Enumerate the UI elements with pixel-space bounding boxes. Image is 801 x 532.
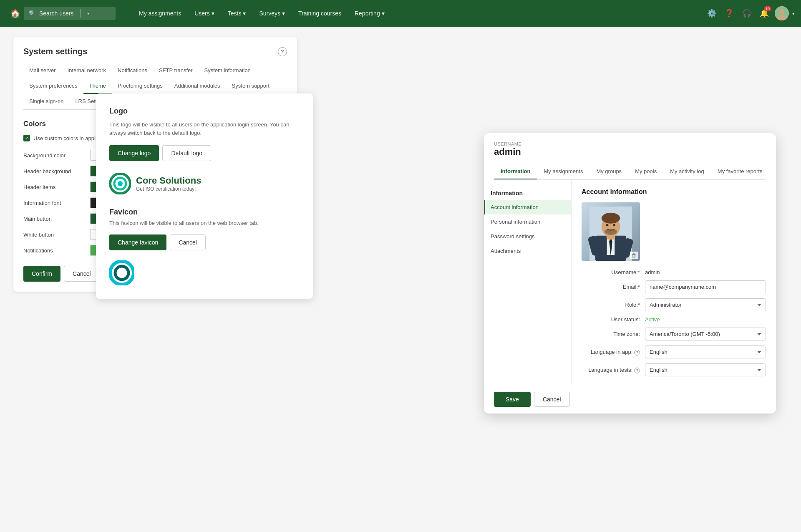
tab-theme[interactable]: Theme bbox=[83, 78, 112, 94]
reporting-dropdown-icon: ▾ bbox=[382, 10, 385, 17]
favicon-buttons-row: Change favicon Cancel bbox=[109, 234, 300, 250]
user-panel-body: Information Account information Personal… bbox=[484, 180, 776, 385]
form-row-role: Role:* Administrator bbox=[582, 298, 766, 311]
avatar-dropdown-icon[interactable]: ▾ bbox=[792, 11, 794, 16]
tab-mail-server[interactable]: Mail server bbox=[23, 63, 62, 78]
account-info-section-title: Account information bbox=[582, 188, 766, 196]
user-tab-information[interactable]: Information bbox=[494, 164, 537, 179]
company-tagline: Get ISO certification today! bbox=[136, 186, 201, 192]
logo-panel-description: This logo will be visible to all users o… bbox=[109, 121, 300, 137]
user-tab-assignments[interactable]: My assignments bbox=[537, 164, 590, 179]
tab-system-support[interactable]: System support bbox=[226, 78, 275, 94]
nav-surveys[interactable]: Surveys ▾ bbox=[252, 7, 292, 20]
avatar-delete-icon[interactable]: 🗑 bbox=[630, 252, 638, 259]
search-dropdown-icon[interactable]: ▾ bbox=[87, 11, 89, 16]
background-color-label: Background color bbox=[23, 152, 90, 159]
home-button[interactable]: 🏠 bbox=[7, 5, 24, 22]
confirm-button[interactable]: Confirm bbox=[23, 266, 60, 282]
language-app-select[interactable]: English bbox=[645, 345, 766, 358]
user-tab-activity-log[interactable]: My activity log bbox=[663, 164, 711, 179]
svg-point-1 bbox=[779, 9, 784, 14]
logo-panel: Logo This logo will be visible to all us… bbox=[96, 93, 313, 299]
default-logo-button[interactable]: Default logo bbox=[162, 145, 211, 161]
logo-text-block: Core Solutions Get ISO certification tod… bbox=[136, 175, 201, 192]
user-tab-groups[interactable]: My groups bbox=[589, 164, 628, 179]
sidebar-item-attachments[interactable]: Attachments bbox=[484, 244, 571, 258]
search-input-label[interactable]: Search users bbox=[39, 10, 73, 17]
cancel-favicon-button[interactable]: Cancel bbox=[170, 234, 206, 250]
tab-proctoring-settings[interactable]: Proctoring settings bbox=[112, 78, 169, 94]
nav-users[interactable]: Users ▾ bbox=[188, 7, 221, 20]
tab-additional-modules[interactable]: Additional modules bbox=[169, 78, 226, 94]
change-favicon-button[interactable]: Change favicon bbox=[109, 234, 166, 250]
change-logo-button[interactable]: Change logo bbox=[109, 145, 159, 161]
system-settings-title: System settings bbox=[23, 47, 87, 56]
timezone-select[interactable]: America/Toronto (GMT -5:00) bbox=[645, 328, 766, 340]
email-input[interactable] bbox=[645, 280, 766, 293]
nav-tests[interactable]: Tests ▾ bbox=[221, 7, 253, 20]
avatar-section: 🗑 bbox=[582, 202, 640, 261]
language-tests-label: Language in tests: ? bbox=[582, 367, 640, 373]
favicon-section-title: Favicon bbox=[109, 208, 300, 217]
main-button-label: Main button bbox=[23, 216, 90, 222]
logo-panel-title: Logo bbox=[109, 107, 300, 116]
user-info-sidebar: Information Account information Personal… bbox=[484, 180, 572, 385]
nav-training-courses[interactable]: Training courses bbox=[292, 7, 348, 20]
language-app-info-icon[interactable]: ? bbox=[634, 350, 640, 356]
svg-point-15 bbox=[602, 213, 620, 224]
username-value: admin bbox=[494, 146, 766, 157]
notification-count: 19 bbox=[764, 6, 771, 11]
role-select[interactable]: Administrator bbox=[645, 298, 766, 311]
form-row-language-tests: Language in tests: ? English bbox=[582, 363, 766, 376]
headset-icon-button[interactable]: 🎧 bbox=[740, 6, 754, 20]
save-button[interactable]: Save bbox=[494, 392, 531, 407]
tab-notifications[interactable]: Notifications bbox=[112, 63, 153, 78]
language-tests-select[interactable]: English bbox=[645, 363, 766, 376]
cancel-button[interactable]: Cancel bbox=[64, 266, 100, 282]
svg-point-5 bbox=[118, 181, 123, 186]
nav-links: My assignments Users ▾ Tests ▾ Surveys ▾… bbox=[132, 7, 705, 20]
user-status-value: Active bbox=[645, 316, 660, 323]
favicon-description: This favicon will be visible to all user… bbox=[109, 220, 300, 226]
notification-bell-button[interactable]: 🔔 19 bbox=[757, 6, 771, 20]
sidebar-item-password-settings[interactable]: Password settings bbox=[484, 229, 571, 244]
nav-reporting[interactable]: Reporting ▾ bbox=[348, 7, 391, 20]
email-field-label: Email:* bbox=[582, 284, 640, 290]
form-row-email: Email:* bbox=[582, 280, 766, 293]
logo-display: Core Solutions Get ISO certification tod… bbox=[109, 173, 300, 194]
svg-point-17 bbox=[613, 224, 616, 227]
timezone-field-label: Time zone: bbox=[582, 331, 640, 337]
tab-system-preferences[interactable]: System preferences bbox=[23, 78, 83, 94]
user-avatar[interactable] bbox=[775, 6, 789, 20]
top-navigation: 🏠 🔍 Search users ▾ My assignments Users … bbox=[0, 0, 801, 27]
account-info-form: Username:* admin Email:* Role:* Administ… bbox=[582, 269, 766, 376]
search-area[interactable]: 🔍 Search users ▾ bbox=[24, 7, 116, 20]
custom-colors-checkbox[interactable] bbox=[23, 135, 30, 141]
user-main-content: Account information bbox=[572, 180, 776, 385]
panel-help-icon[interactable]: ? bbox=[278, 47, 287, 56]
language-tests-info-icon[interactable]: ? bbox=[634, 368, 640, 373]
sidebar-item-personal-information[interactable]: Personal information bbox=[484, 214, 571, 229]
tab-system-information[interactable]: System information bbox=[199, 63, 257, 78]
sidebar-item-account-information[interactable]: Account information bbox=[484, 200, 571, 214]
tab-single-sign-on[interactable]: Single sign-on bbox=[23, 94, 69, 109]
user-tab-pools[interactable]: My pools bbox=[628, 164, 663, 179]
svg-point-16 bbox=[606, 224, 609, 227]
form-row-timezone: Time zone: America/Toronto (GMT -5:00) bbox=[582, 328, 766, 340]
cancel-user-button[interactable]: Cancel bbox=[534, 392, 570, 407]
tab-sftp-transfer[interactable]: SFTP transfer bbox=[153, 63, 199, 78]
user-panel-header: Username admin Information My assignment… bbox=[484, 133, 776, 180]
nav-right-icons: ⚙️ ❓ 🎧 🔔 19 ▾ bbox=[705, 6, 794, 20]
header-items-label: Header items bbox=[23, 184, 90, 190]
settings-icon-button[interactable]: ⚙️ bbox=[705, 6, 719, 20]
user-status-label: User status: bbox=[582, 316, 640, 323]
main-content: System settings ? Mail server Internal n… bbox=[0, 27, 801, 532]
search-divider bbox=[80, 9, 81, 18]
help-icon-button[interactable]: ❓ bbox=[722, 6, 736, 20]
nav-my-assignments[interactable]: My assignments bbox=[132, 7, 188, 20]
tab-internal-network[interactable]: Internal network bbox=[62, 63, 112, 78]
user-tab-favorite-reports[interactable]: My favorite reports bbox=[711, 164, 769, 179]
search-icon: 🔍 bbox=[29, 10, 36, 17]
language-app-label: Language in app: ? bbox=[582, 349, 640, 356]
info-font-label: Information font bbox=[23, 200, 90, 206]
